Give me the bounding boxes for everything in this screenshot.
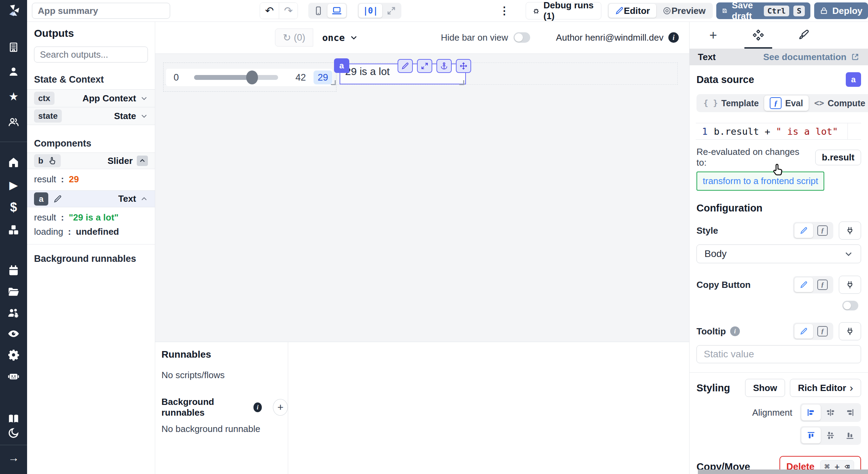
align-top-button[interactable]: [801, 427, 821, 443]
chevron-up-icon[interactable]: [140, 195, 148, 203]
run-mode-select[interactable]: once: [322, 32, 358, 43]
canvas-grid[interactable]: 0 42 29 a: [155, 54, 689, 320]
folders-icon[interactable]: [0, 285, 27, 298]
hide-bar-toggle[interactable]: [514, 32, 530, 43]
static-pencil-button[interactable]: [794, 324, 813, 339]
eval-fx-button[interactable]: ƒ: [813, 277, 832, 292]
static-pencil-button[interactable]: [794, 277, 813, 292]
see-documentation-link[interactable]: See documentation: [763, 52, 860, 63]
collapse-slider-button[interactable]: [137, 156, 148, 166]
undo-button[interactable]: ↶: [260, 3, 279, 19]
app-summary-input[interactable]: [32, 3, 170, 19]
user-icon[interactable]: [0, 66, 27, 77]
text-loading-row[interactable]: loading : undefined: [27, 226, 155, 237]
eval-fx-button[interactable]: ƒ: [813, 223, 832, 238]
slider-component-row[interactable]: b Slider: [27, 152, 155, 169]
connect-plug-button[interactable]: [839, 222, 861, 240]
rich-editor-button[interactable]: Rich Editor ›: [790, 379, 861, 397]
settings-gear-icon[interactable]: [0, 349, 27, 361]
align-left-button[interactable]: [801, 405, 821, 421]
ai-robot-icon[interactable]: [0, 370, 27, 382]
resize-handle[interactable]: [459, 80, 464, 85]
eval-fx-button[interactable]: ƒ: [813, 324, 832, 339]
slider-result-row[interactable]: result : 29: [27, 174, 155, 185]
refresh-button[interactable]: ↻ (0): [275, 28, 313, 47]
copy-button-mode-toggle: ƒ: [793, 276, 833, 293]
align-bottom-button[interactable]: [840, 427, 860, 443]
redo-button[interactable]: ↷: [279, 3, 298, 19]
tooltip-info-icon[interactable]: i: [730, 326, 740, 336]
state-output-row[interactable]: state State: [27, 107, 155, 125]
eye-icon[interactable]: [0, 327, 27, 340]
horizontal-scrollbar[interactable]: [698, 469, 868, 474]
text-component-row[interactable]: a Text: [27, 190, 155, 207]
ctx-output-row[interactable]: ctx App Context: [27, 89, 155, 107]
transform-to-frontend-script-button[interactable]: transform to a frontend script: [696, 172, 824, 191]
kebab-menu-icon[interactable]: ⋮: [499, 6, 510, 16]
align-center-button[interactable]: [821, 405, 840, 421]
save-draft-button[interactable]: Save draft Ctrl S: [716, 2, 810, 19]
eval-code-editor[interactable]: 1 b.result + " is a lot": [696, 123, 861, 140]
windmill-logo-icon[interactable]: [0, 3, 27, 18]
author-info-icon[interactable]: i: [668, 32, 679, 43]
style-select[interactable]: Body: [696, 244, 861, 263]
docs-book-icon[interactable]: [0, 413, 27, 425]
dependency-pill[interactable]: b.result: [815, 150, 861, 165]
slider-result-value: 29: [69, 174, 79, 185]
theme-brush-tab[interactable]: [792, 22, 815, 49]
move-component-button[interactable]: [456, 59, 471, 73]
align-left-icon: [807, 408, 816, 417]
text-result-row[interactable]: result : "29 is a lot": [27, 212, 155, 223]
home-icon[interactable]: [0, 156, 27, 168]
anchor-component-button[interactable]: [436, 59, 452, 73]
search-outputs-input[interactable]: [34, 47, 148, 63]
center-content-button[interactable]: |0|: [359, 4, 382, 18]
eval-tab[interactable]: ƒ Eval: [764, 95, 808, 111]
compute-tab[interactable]: <> Compute: [809, 95, 868, 111]
debug-runs-button[interactable]: Debug runs (1): [526, 2, 601, 19]
favorites-star-icon[interactable]: ★: [0, 91, 27, 102]
schedules-calendar-icon[interactable]: [0, 265, 27, 276]
template-tab[interactable]: { } Template: [698, 95, 764, 111]
slider-track[interactable]: [194, 75, 278, 80]
variables-dollar-icon[interactable]: $: [0, 202, 27, 213]
runs-play-icon[interactable]: ▶: [0, 180, 27, 191]
insert-component-tab[interactable]: +: [702, 22, 724, 49]
users-admin-icon[interactable]: [0, 307, 27, 319]
align-middle-button[interactable]: [821, 427, 840, 443]
dark-mode-moon-icon[interactable]: [0, 427, 27, 439]
groups-icon[interactable]: [0, 116, 27, 128]
external-link-icon: [851, 52, 860, 61]
configuration-title: Configuration: [696, 202, 861, 214]
collapse-sidebar-arrow-icon[interactable]: →: [0, 452, 27, 463]
tooltip-static-value-input[interactable]: [696, 345, 861, 363]
align-right-button[interactable]: [840, 405, 860, 421]
expand-component-button[interactable]: [417, 59, 432, 73]
resize-handle[interactable]: [331, 80, 336, 85]
mobile-view-button[interactable]: [309, 4, 327, 18]
preview-tab[interactable]: Preview: [656, 4, 712, 18]
resources-cubes-icon[interactable]: [0, 224, 27, 236]
info-icon[interactable]: i: [253, 402, 262, 412]
connect-plug-button[interactable]: [839, 322, 861, 340]
chevron-down-icon[interactable]: [140, 112, 148, 120]
edit-component-button[interactable]: [398, 59, 413, 73]
add-background-runnable-button[interactable]: +: [273, 399, 288, 416]
canvas-layout-group: |0|: [358, 3, 401, 19]
fullwidth-button[interactable]: [382, 4, 400, 18]
deploy-button[interactable]: Deploy: [814, 2, 868, 19]
workspace-icon[interactable]: [0, 42, 27, 53]
editor-tab[interactable]: Editor: [609, 4, 656, 18]
static-pencil-button[interactable]: [794, 223, 813, 238]
copy-button-toggle[interactable]: [842, 301, 858, 310]
chevron-down-icon[interactable]: [140, 94, 148, 102]
pencil-icon[interactable]: [53, 194, 62, 203]
text-type-label: Text: [118, 193, 136, 204]
component-settings-tab[interactable]: [747, 22, 769, 49]
slider-handle[interactable]: [246, 70, 258, 84]
show-styling-button[interactable]: Show: [745, 379, 785, 397]
selected-component-tag[interactable]: a: [334, 58, 349, 73]
s-kbd: S: [793, 6, 805, 16]
connect-plug-button[interactable]: [839, 276, 861, 294]
desktop-view-button[interactable]: [327, 4, 346, 18]
